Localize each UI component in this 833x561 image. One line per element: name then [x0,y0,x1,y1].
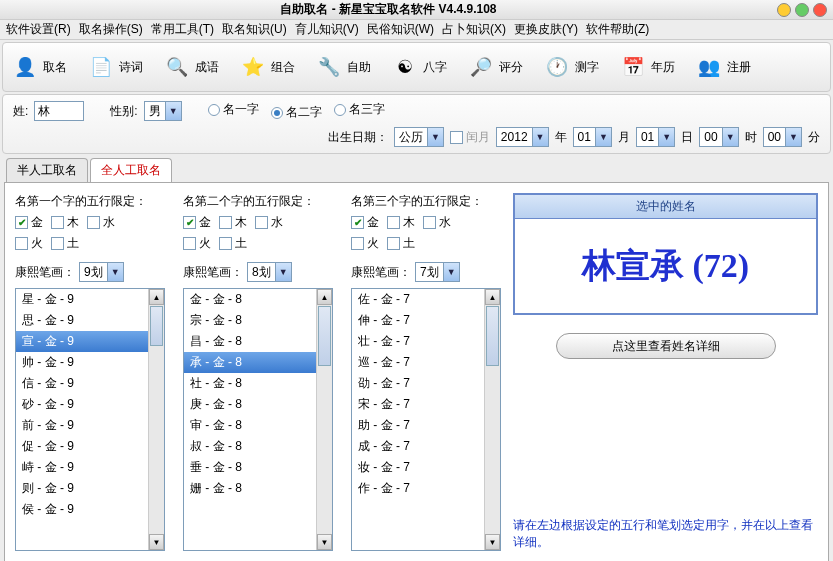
list-item[interactable]: 审 - 金 - 8 [184,415,316,436]
list-item[interactable]: 助 - 金 - 7 [352,415,484,436]
list-item[interactable]: 庚 - 金 - 8 [184,394,316,415]
wuxing-水[interactable]: 水 [423,214,451,231]
toolbar-自助[interactable]: 🔧自助 [315,53,371,81]
wuxing-木[interactable]: 木 [387,214,415,231]
list-item[interactable]: 峙 - 金 - 9 [16,457,148,478]
toolbar-八字[interactable]: ☯八字 [391,53,447,81]
column-1: 名第二个字的五行限定：金木水火土康熙笔画：8划▼金 - 金 - 8宗 - 金 -… [183,193,333,551]
list-item[interactable]: 信 - 金 - 9 [16,373,148,394]
minimize-button[interactable] [777,3,791,17]
menu-item[interactable]: 更换皮肤(Y) [514,21,578,38]
wuxing-水[interactable]: 水 [87,214,115,231]
list-item[interactable]: 侯 - 金 - 9 [16,499,148,520]
list-item[interactable]: 宋 - 金 - 7 [352,394,484,415]
menu-item[interactable]: 占卜知识(X) [442,21,506,38]
list-item[interactable]: 金 - 金 - 8 [184,289,316,310]
menu-item[interactable]: 软件帮助(Z) [586,21,649,38]
list-item[interactable]: 伸 - 金 - 7 [352,310,484,331]
hint-text: 请在左边根据设定的五行和笔划选定用字，并在以上查看详细。 [513,517,818,551]
wuxing-金[interactable]: 金 [183,214,211,231]
toolbar-组合[interactable]: ⭐组合 [239,53,295,81]
char-listbox[interactable]: 星 - 金 - 9思 - 金 - 9宣 - 金 - 9帅 - 金 - 9信 - … [15,288,165,551]
wuxing-火[interactable]: 火 [15,235,43,252]
toolbar-诗词[interactable]: 📄诗词 [87,53,143,81]
year-select[interactable]: 2012▼ [496,127,549,147]
list-item[interactable]: 昌 - 金 - 8 [184,331,316,352]
window-title: 自助取名 - 新星宝宝取名软件 V4.4.9.108 [0,1,777,18]
toolbar-年历[interactable]: 📅年历 [619,53,675,81]
scrollbar[interactable]: ▲▼ [148,289,164,550]
年历-icon: 📅 [619,53,647,81]
wuxing-土[interactable]: 土 [219,235,247,252]
list-item[interactable]: 垂 - 金 - 8 [184,457,316,478]
list-item[interactable]: 巡 - 金 - 7 [352,352,484,373]
toolbar-成语[interactable]: 🔍成语 [163,53,219,81]
wuxing-土[interactable]: 土 [387,235,415,252]
close-button[interactable] [813,3,827,17]
stroke-select[interactable]: 9划▼ [79,262,124,282]
calendar-select[interactable]: 公历▼ [394,127,444,147]
maximize-button[interactable] [795,3,809,17]
list-item[interactable]: 姗 - 金 - 8 [184,478,316,499]
list-item[interactable]: 宣 - 金 - 9 [16,331,148,352]
month-select[interactable]: 01▼ [573,127,612,147]
wuxing-金[interactable]: 金 [351,214,379,231]
leap-checkbox: 闰月 [450,129,490,146]
stroke-select[interactable]: 8划▼ [247,262,292,282]
stroke-select[interactable]: 7划▼ [415,262,460,282]
detail-button[interactable]: 点这里查看姓名详细 [556,333,776,359]
menu-item[interactable]: 取名操作(S) [79,21,143,38]
column-2: 名第三个字的五行限定：金木水火土康熙笔画：7划▼佐 - 金 - 7伸 - 金 -… [351,193,501,551]
list-item[interactable]: 前 - 金 - 9 [16,415,148,436]
toolbar-取名[interactable]: 👤取名 [11,53,67,81]
menu-item[interactable]: 常用工具(T) [151,21,214,38]
list-item[interactable]: 妆 - 金 - 7 [352,457,484,478]
wuxing-土[interactable]: 土 [51,235,79,252]
list-item[interactable]: 促 - 金 - 9 [16,436,148,457]
list-item[interactable]: 劭 - 金 - 7 [352,373,484,394]
wuxing-木[interactable]: 木 [219,214,247,231]
list-item[interactable]: 思 - 金 - 9 [16,310,148,331]
minute-select[interactable]: 00▼ [763,127,802,147]
form-area: 姓: 性别: 男▼ 名一字名二字名三字 出生日期： 公历▼ 闰月 2012▼ 年… [2,94,831,154]
toolbar-注册[interactable]: 👥注册 [695,53,751,81]
menu-item[interactable]: 民俗知识(W) [367,21,434,38]
menu-item[interactable]: 育儿知识(V) [295,21,359,38]
list-item[interactable]: 叔 - 金 - 8 [184,436,316,457]
wuxing-火[interactable]: 火 [183,235,211,252]
day-select[interactable]: 01▼ [636,127,675,147]
list-item[interactable]: 成 - 金 - 7 [352,436,484,457]
list-item[interactable]: 社 - 金 - 8 [184,373,316,394]
scrollbar[interactable]: ▲▼ [316,289,332,550]
name-len-radio[interactable]: 名三字 [334,101,385,118]
list-item[interactable]: 佐 - 金 - 7 [352,289,484,310]
wuxing-木[interactable]: 木 [51,214,79,231]
toolbar-评分[interactable]: 🔎评分 [467,53,523,81]
tab-1[interactable]: 全人工取名 [90,158,172,182]
wuxing-水[interactable]: 水 [255,214,283,231]
toolbar-测字[interactable]: 🕐测字 [543,53,599,81]
name-len-radio[interactable]: 名二字 [271,104,322,121]
hour-select[interactable]: 00▼ [699,127,738,147]
menu-item[interactable]: 取名知识(U) [222,21,287,38]
name-len-radio[interactable]: 名一字 [208,101,259,118]
list-item[interactable]: 宗 - 金 - 8 [184,310,316,331]
gender-label: 性别: [110,103,137,120]
surname-input[interactable] [34,101,84,121]
list-item[interactable]: 星 - 金 - 9 [16,289,148,310]
list-item[interactable]: 承 - 金 - 8 [184,352,316,373]
char-listbox[interactable]: 佐 - 金 - 7伸 - 金 - 7壮 - 金 - 7巡 - 金 - 7劭 - … [351,288,501,551]
wuxing-火[interactable]: 火 [351,235,379,252]
list-item[interactable]: 作 - 金 - 7 [352,478,484,499]
list-item[interactable]: 壮 - 金 - 7 [352,331,484,352]
list-item[interactable]: 则 - 金 - 9 [16,478,148,499]
char-listbox[interactable]: 金 - 金 - 8宗 - 金 - 8昌 - 金 - 8承 - 金 - 8社 - … [183,288,333,551]
gender-select[interactable]: 男▼ [144,101,182,121]
wuxing-金[interactable]: 金 [15,214,43,231]
tab-0[interactable]: 半人工取名 [6,158,88,182]
scrollbar[interactable]: ▲▼ [484,289,500,550]
注册-icon: 👥 [695,53,723,81]
menu-item[interactable]: 软件设置(R) [6,21,71,38]
list-item[interactable]: 帅 - 金 - 9 [16,352,148,373]
list-item[interactable]: 砂 - 金 - 9 [16,394,148,415]
